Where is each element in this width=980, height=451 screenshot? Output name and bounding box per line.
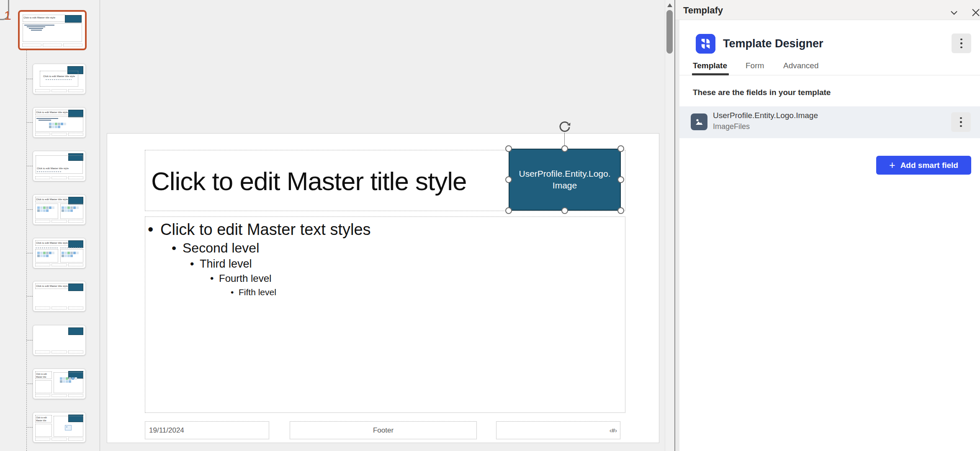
resize-handle-bottom[interactable] bbox=[561, 207, 568, 214]
slide-number-placeholder[interactable]: ‹#› bbox=[496, 421, 620, 439]
rotate-handle-stem bbox=[564, 133, 565, 146]
slide-layout-thumbnail-comparison[interactable]: Click to edit Master title style bbox=[33, 238, 86, 268]
mini-content-icons bbox=[62, 252, 80, 257]
rotate-handle-icon[interactable] bbox=[558, 120, 572, 134]
add-smart-field-button[interactable]: + Add smart field bbox=[876, 156, 971, 175]
resize-handle-top-left[interactable] bbox=[505, 145, 512, 152]
footer-text: Footer bbox=[290, 422, 476, 439]
tab-template[interactable]: Template bbox=[693, 61, 727, 70]
taskpane-title: Templafy bbox=[683, 5, 723, 16]
bullet-level-1: •Click to edit Master text styles bbox=[148, 219, 371, 240]
body-placeholder[interactable]: •Click to edit Master text styles •Secon… bbox=[145, 216, 625, 413]
scrollbar-thumb[interactable] bbox=[666, 10, 673, 54]
active-tab-underline bbox=[692, 73, 729, 75]
master-text-levels: •Click to edit Master text styles •Secon… bbox=[148, 219, 371, 299]
mini-content-icons bbox=[62, 206, 80, 212]
templafy-logo-icon bbox=[696, 34, 715, 54]
footer-placeholder[interactable]: Footer bbox=[290, 421, 477, 439]
slide-number-label: 1 bbox=[4, 8, 11, 23]
mini-content-icons bbox=[37, 252, 56, 257]
smart-field-shape-label: Image bbox=[553, 180, 577, 191]
date-placeholder[interactable]: 19/11/2024 bbox=[145, 421, 269, 439]
slide-number-text: ‹#› bbox=[496, 422, 620, 439]
image-field-icon bbox=[691, 113, 707, 130]
fields-heading: These are the fields in your template bbox=[693, 88, 831, 97]
slide-layout-thumbnail-two-content[interactable]: Click to edit Master title style bbox=[33, 194, 86, 225]
field-type: ImageFiles bbox=[713, 122, 750, 131]
field-name: UserProfile.Entity.Logo.Image bbox=[713, 111, 818, 120]
mini-content-icons bbox=[49, 123, 67, 128]
resize-handle-top-right[interactable] bbox=[617, 145, 624, 152]
bullet-level-3: •Third level bbox=[190, 256, 371, 271]
master-title-text: Click to edit Master title style bbox=[151, 166, 467, 196]
mini-content-icons bbox=[37, 206, 56, 212]
chevron-down-icon bbox=[949, 8, 959, 18]
bullet-level-5: •Fifth level bbox=[231, 286, 371, 299]
scrollbar-up-arrow[interactable] bbox=[667, 3, 672, 7]
resize-handle-left[interactable] bbox=[505, 176, 512, 183]
tab-form[interactable]: Form bbox=[746, 61, 764, 70]
bullet-level-2: •Second level bbox=[172, 240, 371, 256]
mini-bullet-lines bbox=[24, 25, 70, 31]
smart-field-shape[interactable]: UserProfile.Entity.Logo. Image bbox=[509, 149, 621, 211]
layout-hierarchy-line bbox=[26, 50, 27, 451]
slide-layout-thumbnail-blank[interactable] bbox=[33, 325, 86, 356]
designer-menu-button[interactable] bbox=[952, 34, 971, 53]
date-text: 19/11/2024 bbox=[145, 422, 269, 439]
slide-layout-thumbnail-title-only[interactable]: Click to edit Master title style bbox=[33, 281, 86, 312]
thumbnail-preview: Click to edit Master title style bbox=[21, 13, 84, 47]
mini-content-icons bbox=[60, 377, 78, 383]
taskpane-content bbox=[679, 20, 980, 451]
taskpane-close-button[interactable] bbox=[968, 5, 980, 20]
slide-master-thumbnail[interactable]: Click to edit Master title style bbox=[18, 10, 87, 50]
canvas-scrollbar[interactable] bbox=[665, 0, 674, 451]
taskpane-collapse-button[interactable] bbox=[947, 5, 962, 20]
bullet-level-4: •Fourth level bbox=[210, 271, 371, 286]
resize-handle-top[interactable] bbox=[561, 145, 568, 152]
slide-layout-thumbnail-title-and-content[interactable]: Click to edit Master title style bbox=[33, 107, 86, 138]
slide-layout-thumbnail-content-with-caption[interactable]: Click to edit Master title style bbox=[33, 369, 86, 399]
slide-layout-thumbnail-title-slide[interactable]: Click to edit Master title style bbox=[33, 64, 86, 94]
field-menu-button[interactable] bbox=[951, 112, 971, 132]
resize-handle-bottom-left[interactable] bbox=[505, 207, 512, 214]
mini-footer-row bbox=[22, 44, 82, 46]
designer-title: Template Designer bbox=[723, 37, 823, 50]
close-icon bbox=[971, 8, 980, 17]
smart-field-shape-label: UserProfile.Entity.Logo. bbox=[519, 168, 610, 180]
mini-picture-icon bbox=[65, 425, 72, 430]
resize-handle-bottom-right[interactable] bbox=[617, 207, 624, 214]
slide-layout-thumbnail-section-header[interactable]: Click to edit Master title style bbox=[33, 151, 86, 181]
slide-layout-thumbnail-picture-with-caption[interactable]: Click to edit Master title style bbox=[33, 412, 86, 443]
plus-icon: + bbox=[889, 160, 895, 170]
resize-handle-right[interactable] bbox=[617, 176, 624, 183]
tab-advanced[interactable]: Advanced bbox=[783, 61, 819, 70]
